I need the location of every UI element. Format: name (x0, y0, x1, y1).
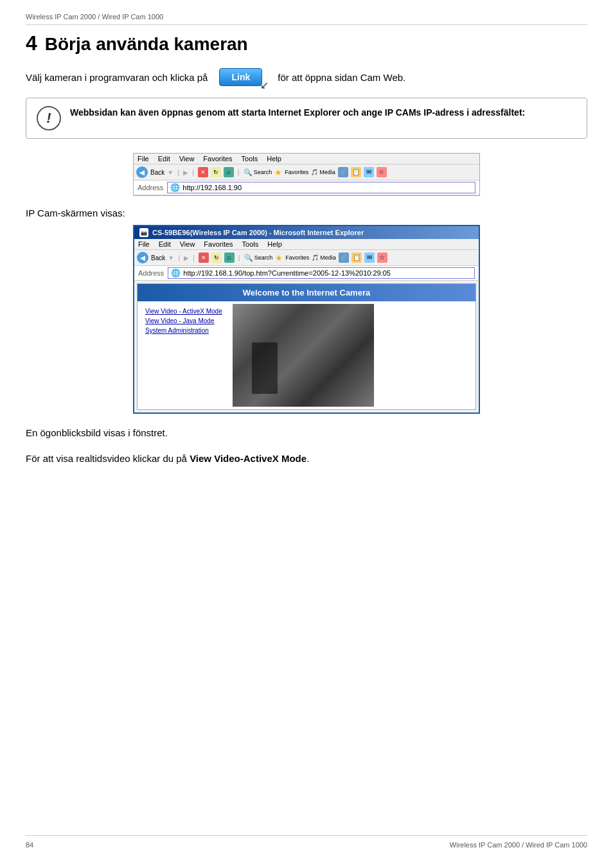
forward-btn[interactable]: ▶ (183, 169, 188, 176)
cam-welcome-header: Welcome to the Internet Camera (138, 284, 475, 301)
footer-page-number: 84 (26, 841, 33, 849)
footer-title: Wireless IP Cam 2000 / Wired IP Cam 1000 (450, 841, 587, 849)
header-text: Wireless IP Cam 2000 / Wired IP Cam 1000 (26, 13, 163, 21)
favorites-star-icon: ★ (274, 168, 282, 177)
media-icon: 🎵 (311, 169, 318, 175)
ipcam-sep-2: | (193, 254, 195, 261)
titlebar-icon: 📷 (139, 228, 148, 237)
cam-menu-item-admin[interactable]: System Administration (145, 327, 222, 334)
ipcam-home-icon[interactable]: ⌂ (224, 252, 235, 263)
ipcam-extra-icon: ☆ (377, 252, 387, 263)
search-glass-icon: 🔍 (244, 168, 253, 177)
chapter-title-text: Börja använda kameran (45, 34, 248, 55)
ipcam-mail-icon: ✉ (364, 252, 375, 263)
outro-line2-bold: View Video-ActiveX Mode (190, 453, 306, 464)
link-arrow-icon: ↙ (260, 79, 269, 91)
links-icon: 🔗 (338, 167, 348, 177)
intro-text-after: för att öppna sidan Cam Web. (278, 72, 405, 83)
page-footer: 84 Wireless IP Cam 2000 / Wired IP Cam 1… (26, 835, 587, 849)
cam-video-placeholder (233, 304, 374, 407)
ipcam-menubar: File Edit View Favorites Tools Help (134, 239, 479, 250)
svg-rect-6 (284, 349, 300, 394)
ipcam-menu-edit[interactable]: Edit (159, 240, 171, 248)
warning-icon: ! (37, 106, 61, 130)
ipcam-address-url: http://192.168.1.90/top.htm?Currenttime=… (183, 269, 391, 277)
cam-menu-item-java[interactable]: View Video - Java Mode (145, 317, 222, 324)
ipcam-media-icon: 🎵 (312, 254, 319, 261)
ipcam-toolbar: ◀ Back ▼ | ▶ | ✕ ↻ ⌂ | 🔍 Search ★ Favori… (134, 250, 479, 266)
menu-view[interactable]: View (179, 155, 195, 163)
ipcam-back-icon[interactable]: ◀ (137, 252, 148, 263)
address-page-icon: 🌐 (170, 183, 180, 192)
ipcam-section-label: IP Cam-skärmen visas: (26, 208, 587, 218)
svg-rect-0 (233, 304, 374, 407)
menu-help[interactable]: Help (267, 155, 281, 163)
outro-line1: En ögonblicksbild visas i fönstret. (26, 425, 587, 441)
ipcam-menu-view[interactable]: View (180, 240, 195, 248)
favorites-btn-top[interactable]: Favorites (285, 169, 308, 175)
ipcam-dropdown-arrow: ▼ (168, 254, 174, 261)
menu-tools[interactable]: Tools (242, 155, 258, 163)
ipcam-refresh-icon[interactable]: ↻ (211, 252, 222, 263)
stop-icon[interactable]: ✕ (198, 167, 208, 177)
cam-video-area (230, 301, 475, 409)
link-label: Link (231, 72, 250, 82)
address-input-top[interactable]: 🌐 http://192.168.1.90 (167, 182, 475, 193)
ipcam-menu-file[interactable]: File (138, 240, 150, 248)
ipcam-address-bar: Address 🌐 http://192.168.1.90/top.htm?Cu… (134, 266, 479, 281)
cam-menu: View Video - ActiveX Mode View Video - J… (138, 301, 230, 409)
ipcam-menu-tools[interactable]: Tools (242, 240, 259, 248)
address-label-top: Address (138, 184, 163, 191)
cam-menu-item-activex[interactable]: View Video - ActiveX Mode (145, 308, 222, 315)
ipcam-stop-icon[interactable]: ✕ (199, 252, 209, 263)
address-bar-top: Address 🌐 http://192.168.1.90 (134, 181, 479, 195)
back-label-top[interactable]: Back (150, 169, 164, 176)
search-btn-top[interactable]: 🔍 Search (244, 168, 272, 177)
ipcam-sep-3: | (238, 254, 240, 261)
separator-3: | (238, 168, 240, 176)
back-circle-icon[interactable]: ◀ (136, 166, 148, 178)
outro-line2-after: . (306, 453, 309, 464)
history-icon: 📋 (351, 167, 361, 177)
ipcam-address-page-icon: 🌐 (171, 269, 181, 278)
link-button[interactable]: Link (219, 68, 262, 86)
ipcam-titlebar: 📷 CS-59BE96(Wireless IP Cam 2000) - Micr… (134, 226, 479, 239)
dropdown-arrow-top: ▼ (167, 169, 173, 176)
address-url-top: http://192.168.1.90 (182, 184, 242, 191)
home-icon[interactable]: ⌂ (224, 167, 234, 177)
menu-file[interactable]: File (138, 155, 149, 163)
ipcam-menu-help[interactable]: Help (267, 240, 282, 248)
menu-edit[interactable]: Edit (158, 155, 170, 163)
ipcam-favorites-btn[interactable]: Favorites (285, 254, 309, 261)
svg-rect-1 (233, 342, 374, 407)
warning-text: Webbsidan kan även öppnas genom att star… (70, 106, 525, 120)
ipcam-address-input[interactable]: 🌐 http://192.168.1.90/top.htm?Currenttim… (168, 267, 475, 279)
svg-point-7 (284, 340, 299, 355)
intro-line: Välj kameran i programvaran och klicka p… (26, 68, 587, 86)
ipcam-menu-favorites[interactable]: Favorites (204, 240, 233, 248)
media-btn-top[interactable]: 🎵 Media (311, 169, 335, 175)
warning-box: ! Webbsidan kan även öppnas genom att st… (26, 98, 587, 139)
ipcam-links-icon: 🔗 (339, 252, 349, 263)
outro-line2: För att visa realtidsvideo klickar du på… (26, 451, 587, 466)
svg-rect-2 (239, 336, 265, 407)
chapter-number: 4 (26, 31, 37, 55)
svg-rect-5 (342, 333, 374, 407)
intro-text-before: Välj kameran i programvaran och klicka p… (26, 72, 208, 83)
menu-favorites[interactable]: Favorites (203, 155, 232, 163)
ipcam-media-btn[interactable]: 🎵 Media (312, 254, 336, 261)
browser-toolbar-top: ◀ Back ▼ | ▶ | ✕ ↻ ⌂ | 🔍 Search ★ Favori… (134, 164, 479, 181)
extra-icon: ☆ (377, 167, 387, 177)
svg-rect-9 (233, 355, 252, 407)
ipcam-titlebar-text: CS-59BE96(Wireless IP Cam 2000) - Micros… (152, 229, 364, 236)
ipcam-forward[interactable]: ▶ (184, 254, 189, 261)
svg-rect-3 (271, 330, 303, 407)
ipcam-search-btn[interactable]: 🔍 Search (244, 254, 273, 262)
ipcam-favorites-star: ★ (275, 253, 283, 263)
svg-rect-8 (233, 387, 374, 407)
ipcam-back-label[interactable]: Back (151, 254, 165, 261)
page-header: Wireless IP Cam 2000 / Wired IP Cam 1000 (26, 13, 587, 25)
browser-menubar-top: File Edit View Favorites Tools Help (134, 154, 479, 164)
refresh-icon[interactable]: ↻ (211, 167, 221, 177)
svg-rect-4 (310, 339, 339, 407)
